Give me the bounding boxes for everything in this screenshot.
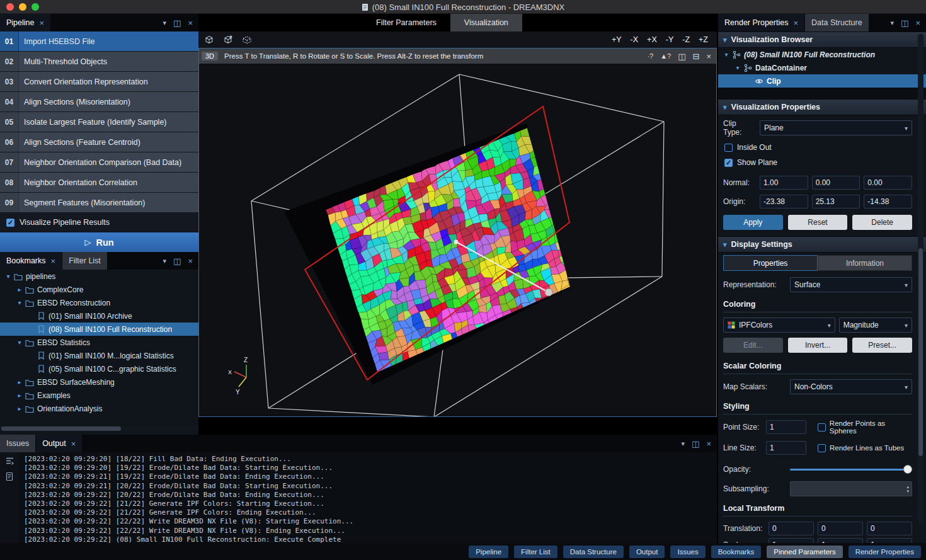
scrollbar-thumb[interactable] [918,248,923,456]
dock-toggle-pinned-parameters[interactable]: Pinned Parameters [767,546,842,558]
tab-properties[interactable]: Properties [723,255,818,271]
tab-output[interactable]: Output × [36,435,82,452]
render-lines-as-tubes-checkbox[interactable] [818,444,826,452]
close-panel-icon[interactable]: × [188,256,193,266]
close-tab-icon[interactable]: × [71,440,76,448]
translation-y-field[interactable] [818,522,863,535]
translation-z-field[interactable] [867,522,912,535]
tab-visualization[interactable]: Visualization [450,14,522,31]
normal-y-field[interactable] [812,176,860,190]
dock-toggle-bookmarks[interactable]: Bookmarks [711,546,762,558]
pipeline-filter-align-sections-feature-centroid[interactable]: 06Align Sections (Feature Centroid) [0,132,198,152]
pipeline-filter-multi-threshold-objects[interactable]: 02Multi-Threshold Objects [0,52,198,71]
tab-filter-parameters[interactable]: Filter Parameters [362,14,450,31]
dock-toggle-render-properties[interactable]: Render Properties [849,546,921,558]
bookmark-folder-ebsd-reconstruction[interactable]: ▾EBSD Reconstruction [0,296,198,309]
display-settings-header[interactable]: ▾ Display Settings [718,236,926,253]
tab-data-structure[interactable]: Data Structure [805,14,869,31]
eye-visibility-icon[interactable] [753,77,765,86]
browser-node-08-small-in100-full-reconstruction[interactable]: ▾(08) Small IN100 Full Reconstruction [718,48,926,61]
dock-toggle-filter-list[interactable]: Filter List [514,546,557,558]
panel-menu-icon[interactable]: ▾ [163,19,167,27]
chevron-right-icon[interactable]: ▸ [15,392,24,399]
reset-camera-icon[interactable] [203,34,215,45]
opacity-slider-handle[interactable] [903,465,912,474]
tab-filter-list[interactable]: Filter List [62,252,107,270]
preset-colormap-button[interactable]: Preset... [852,338,912,353]
panel-menu-icon[interactable]: ▾ [891,19,895,27]
chevron-right-icon[interactable]: ▸ [15,286,24,293]
close-tab-icon[interactable]: × [39,19,44,27]
close-tab-icon[interactable]: × [51,257,56,265]
undock-panel-icon[interactable]: ◫ [173,18,181,28]
close-panel-icon[interactable]: × [706,439,711,449]
apply-button[interactable]: Apply [723,215,783,230]
chevron-down-icon[interactable]: ▾ [15,299,24,306]
color-array-dropdown[interactable]: IPFColors ▾ [723,317,835,333]
probe-info-icon[interactable]: ∙? [648,52,653,60]
show-plane-checkbox[interactable]: ✓ [724,159,733,167]
tab-bookmarks[interactable]: Bookmarks × [0,252,62,270]
spin-down-icon[interactable]: ▾ [906,489,909,493]
bookmark-item-05-small-in100-c-graphic-statistics[interactable]: (05) Small IN100 C...graphic Statistics [0,362,198,375]
scrollbar-thumb[interactable] [1,426,121,431]
undock-panel-icon[interactable]: ◫ [901,18,908,28]
normal-z-field[interactable] [864,176,912,190]
window-minimize-button[interactable] [19,3,26,11]
bookmark-folder-orientationanalysis[interactable]: ▸OrientationAnalysis [0,402,198,415]
chevron-right-icon[interactable]: ▸ [15,379,24,386]
subsampling-spinbox[interactable]: ▴ ▾ [790,481,912,496]
point-size-field[interactable] [766,420,806,434]
dock-toggle-data-structure[interactable]: Data Structure [563,546,624,558]
origin-x-field[interactable] [760,195,808,209]
undock-panel-icon[interactable]: ◫ [173,256,181,266]
delete-button[interactable]: Delete [852,215,912,230]
vertical-scrollbar[interactable] [918,34,923,524]
bookmark-folder-complexcore[interactable]: ▸ComplexCore [0,283,198,296]
chevron-down-icon[interactable]: ▾ [15,339,24,346]
normal-x-field[interactable] [760,176,808,190]
spin-up-icon[interactable]: ▴ [906,484,909,489]
pick-info-icon[interactable]: ▲? [660,52,671,60]
reset-button[interactable]: Reset [788,215,848,230]
chevron-down-icon[interactable]: ▾ [4,273,13,280]
camera-axis-x[interactable]: -X [631,35,639,44]
tab-issues[interactable]: Issues [0,435,35,452]
pipeline-filter-import-h5ebsd-file[interactable]: 01Import H5EBSD File [0,31,198,51]
bookmark-item-08-small-in100-full-reconstruction[interactable]: (08) Small IN100 Full Reconstruction [0,323,198,336]
representation-dropdown[interactable]: Surface ▾ [790,277,912,292]
translation-x-field[interactable] [769,522,814,535]
bookmark-item-01-small-in100-archive[interactable]: (01) Small IN100 Archive [0,309,198,323]
inside-out-checkbox[interactable] [724,144,733,152]
viewport-3d-badge[interactable]: 3D [202,52,218,60]
run-pipeline-button[interactable]: ▷ Run [0,232,198,252]
pipeline-filter-segment-features-misorientation[interactable]: 09Segment Features (Misorientation) [0,193,198,212]
scale-y-field[interactable] [818,538,863,543]
panel-menu-icon[interactable]: ▾ [682,440,685,448]
opacity-slider[interactable] [790,462,912,476]
projection-mode-icon[interactable] [241,34,253,45]
camera-axis-y[interactable]: +Y [612,35,622,44]
panel-menu-icon[interactable]: ▾ [163,257,167,265]
close-panel-icon[interactable]: × [915,18,920,28]
bookmark-item-01-small-in100-m-logical-statistics[interactable]: (01) Small IN100 M...logical Statistics [0,349,198,362]
edit-colormap-button[interactable]: Edit... [723,338,783,353]
pipeline-filter-neighbor-orientation-correlation[interactable]: 08Neighbor Orientation Correlation [0,173,198,192]
dock-toggle-output[interactable]: Output [629,546,665,558]
split-vertical-icon[interactable]: ⊟ [693,52,700,61]
close-panel-icon[interactable]: × [188,18,193,28]
invert-colormap-button[interactable]: Invert... [788,338,848,353]
map-scalars-dropdown[interactable]: Non-Colors ▾ [790,379,912,394]
browser-node-clip[interactable]: Clip [718,74,926,88]
bookmark-folder-examples[interactable]: ▸Examples [0,389,198,402]
chevron-down-icon[interactable]: ▾ [733,64,742,71]
clip-type-dropdown[interactable]: Plane ▾ [760,120,912,135]
save-log-icon[interactable] [5,472,14,481]
visualization-browser-header[interactable]: ▾ Visualization Browser [718,31,926,48]
visualization-properties-header[interactable]: ▾ Visualization Properties [718,99,926,115]
console-output[interactable]: [2023:02:20 09:29:20] [18/22] Fill Bad D… [19,452,717,543]
chevron-down-icon[interactable]: ▾ [722,51,731,58]
tab-pipeline[interactable]: Pipeline × [0,14,50,31]
camera-axis-y[interactable]: -Y [666,35,674,44]
bookmark-folder-ebsd-statistics[interactable]: ▾EBSD Statistics [0,336,198,349]
